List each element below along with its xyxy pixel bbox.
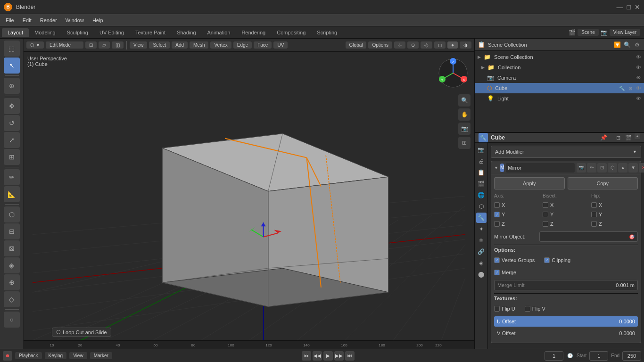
toolbar-rotate[interactable]: ↺ [4, 115, 20, 131]
vertex-groups-checkbox[interactable]: ✓ [494, 257, 500, 263]
grid-view-btn[interactable]: ⊞ [458, 137, 471, 149]
outliner-collection[interactable]: ▶ 📁 Collection 👁 [475, 62, 644, 73]
toolbar-loop-cut[interactable]: ⊕ [4, 274, 20, 290]
edge-select-btn[interactable]: ▱ [99, 41, 110, 49]
mod-render-btn[interactable]: ⬡ [608, 163, 617, 173]
toolbar-extrude[interactable]: ⊟ [4, 223, 20, 239]
modifier-name-input[interactable] [506, 163, 575, 173]
light-eye-icon[interactable]: 👁 [636, 96, 641, 101]
prop-particles-tab[interactable]: ✦ [476, 224, 487, 234]
outliner-search-btn[interactable]: 🔍 [623, 41, 631, 49]
rendered-btn[interactable]: ◑ [460, 41, 471, 49]
axis-z-checkbox[interactable] [494, 221, 500, 227]
toolbar-bevel[interactable]: ◈ [4, 257, 20, 273]
modifier-header[interactable]: ▼ M 📷 ✏ ⊡ ⬡ ▲ [491, 161, 641, 174]
tab-sculpting[interactable]: Sculpting [61, 28, 94, 37]
vertex-select-btn[interactable]: ⊡ [85, 41, 97, 49]
flip-y-checkbox[interactable] [591, 212, 597, 217]
viewport-vertex-btn[interactable]: Vertex [210, 41, 231, 49]
menu-file[interactable]: File [2, 16, 18, 24]
keying-btn[interactable]: Keying [45, 352, 67, 359]
mirror-object-field[interactable]: 🎯 [539, 231, 638, 242]
toolbar-move[interactable]: ✥ [4, 98, 20, 114]
tab-texture-paint[interactable]: Texture Paint [130, 28, 171, 37]
marker-btn[interactable]: Marker [90, 352, 112, 359]
outliner-light[interactable]: 💡 Light 👁 [475, 93, 644, 104]
minimize-button[interactable]: — [617, 3, 623, 11]
flip-z-checkbox[interactable] [591, 221, 597, 227]
toolbar-annotate[interactable]: ✏ [4, 169, 20, 185]
viewport-select-btn[interactable]: Select [149, 41, 170, 49]
mod-up-btn[interactable]: ▲ [618, 163, 627, 173]
add-modifier-btn[interactable]: Add Modifier ▼ [491, 146, 641, 158]
play-btn[interactable]: ▶ [323, 351, 333, 361]
flip-v-checkbox[interactable] [525, 306, 530, 312]
toolbar-smooth[interactable]: ○ [4, 312, 20, 328]
tab-scripting[interactable]: Scripting [311, 28, 343, 37]
viewport-mesh-btn[interactable]: Mesh [190, 41, 208, 49]
playback-btn[interactable]: Playback [15, 352, 42, 359]
view-layer-selector[interactable]: View Layer [610, 29, 640, 36]
bisect-z-checkbox[interactable] [543, 221, 548, 227]
mod-realtime-btn[interactable]: ⊡ [597, 163, 607, 173]
next-frame-btn[interactable]: ▶▶ [334, 351, 344, 361]
toolbar-cursor[interactable]: ⊕ [4, 78, 20, 94]
close-button[interactable]: ✕ [635, 3, 640, 11]
merge-checkbox[interactable]: ✓ [494, 270, 500, 275]
viewport-options-btn[interactable]: Options [368, 41, 392, 49]
last-frame-btn[interactable]: ⏭ [345, 351, 355, 361]
viewport-global-btn[interactable]: Global [346, 41, 367, 49]
proportional-btn[interactable]: ⊙ [407, 41, 419, 49]
toolbar-select-arrow[interactable]: ↖ [4, 58, 20, 74]
mod-down-btn[interactable]: ▼ [628, 163, 638, 173]
scene-eye-icon[interactable]: 👁 [636, 54, 641, 60]
mod-edit-btn[interactable]: ✏ [587, 163, 596, 173]
outliner-filter-btn[interactable]: 🔽 [613, 41, 621, 49]
toolbar-measure[interactable]: 📐 [4, 186, 20, 202]
axis-x-checkbox[interactable] [494, 202, 500, 208]
prop-render-icon[interactable]: 🎬 [624, 133, 633, 142]
prop-physics-tab[interactable]: ⚛ [476, 235, 487, 246]
flip-u-checkbox[interactable] [494, 306, 500, 312]
tab-layout[interactable]: Layout [2, 28, 29, 37]
toolbar-cube-add[interactable]: ⬡ [4, 206, 20, 222]
viewport-add-btn[interactable]: Add [172, 41, 188, 49]
prop-object-tab[interactable]: ⬡ [476, 201, 487, 212]
toolbar-transform[interactable]: ⊞ [4, 149, 20, 165]
viewport-edge-btn[interactable]: Edge [233, 41, 252, 49]
record-btn[interactable]: ⏺ [3, 351, 12, 361]
prop-output-tab[interactable]: 🖨 [476, 156, 487, 166]
xray-btn[interactable]: ◎ [421, 41, 432, 49]
pan-btn[interactable]: ✋ [458, 108, 471, 121]
v-offset-field[interactable]: V Offset 0.0000 [494, 328, 638, 338]
menu-window[interactable]: Window [62, 16, 88, 24]
prop-render-tab[interactable]: 📷 [476, 145, 487, 155]
toolbar-knife[interactable]: ◇ [4, 291, 20, 307]
prop-scene-tab[interactable]: 🎬 [476, 179, 487, 189]
toolbar-inset[interactable]: ⊠ [4, 240, 20, 256]
viewport-view-btn[interactable]: View [130, 41, 148, 49]
prev-frame-btn[interactable]: ◀◀ [313, 351, 322, 361]
toolbar-select-box[interactable]: ⬚ [4, 41, 20, 57]
prop-view-layer-tab[interactable]: 📋 [476, 167, 487, 178]
tl-view-btn[interactable]: View [69, 352, 87, 359]
bisect-x-checkbox[interactable] [543, 202, 548, 208]
merge-limit-field[interactable]: Merge Limit 0.001 m [494, 280, 638, 290]
start-frame-input[interactable] [589, 351, 608, 361]
prop-constraints-tab[interactable]: 🔗 [476, 247, 487, 257]
clipping-checkbox[interactable]: ✓ [544, 257, 550, 263]
prop-scene-icon[interactable]: ⊡ [614, 133, 622, 142]
prop-add-icon[interactable]: + [635, 133, 640, 139]
flip-x-checkbox[interactable] [591, 202, 597, 208]
tab-rendering[interactable]: Rendering [236, 28, 271, 37]
menu-help[interactable]: Help [89, 16, 107, 24]
tab-animation[interactable]: Animation [202, 28, 236, 37]
outliner-camera[interactable]: 📷 Camera 👁 [475, 73, 644, 83]
camera-eye-icon[interactable]: 👁 [636, 75, 641, 81]
tab-uv-editing[interactable]: UV Editing [94, 28, 130, 37]
maximize-button[interactable]: □ [627, 3, 631, 11]
edit-mode-btn[interactable]: Edit Mode [46, 41, 83, 49]
tab-shading[interactable]: Shading [171, 28, 201, 37]
prop-world-tab[interactable]: 🌐 [476, 190, 487, 200]
tab-compositing[interactable]: Compositing [271, 28, 311, 37]
